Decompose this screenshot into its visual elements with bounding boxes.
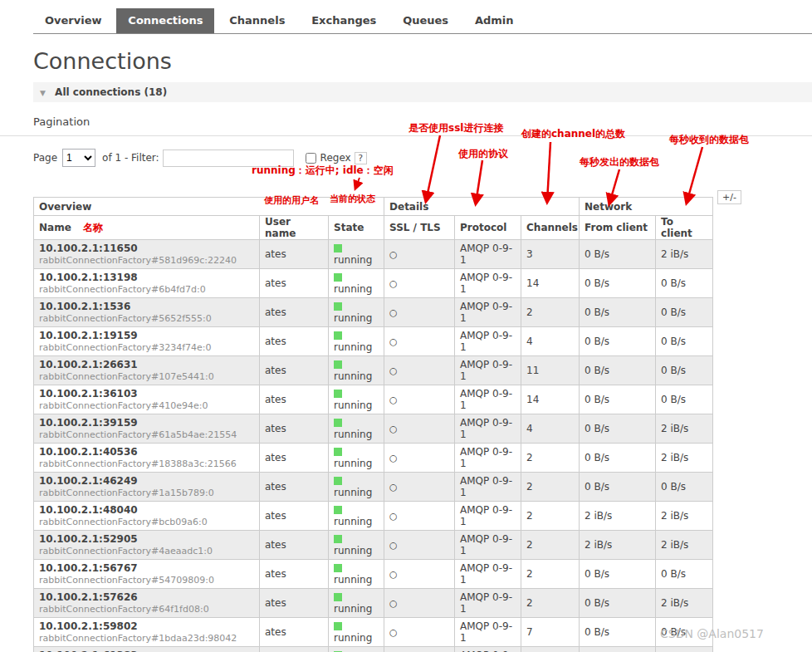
connection-client-ref: rabbitConnectionFactory#107e5441:0: [39, 371, 254, 382]
tab-queues[interactable]: Queues: [391, 8, 460, 33]
all-connections-section-header[interactable]: ▼ All connections (18): [33, 82, 812, 102]
cell-to-client: 2 iB/s: [656, 240, 713, 269]
cell-channels: 4: [521, 327, 580, 356]
cell-ssl-tls: ○: [384, 618, 455, 647]
cell-user-name: ates: [260, 269, 329, 298]
running-indicator-icon: [334, 477, 342, 485]
cell-to-client: 2 iB/s: [656, 444, 713, 473]
cell-channels: 2: [521, 473, 580, 502]
connection-link[interactable]: 10.100.2.1:13198: [39, 272, 138, 283]
cell-name: 10.100.2.1:52905rabbitConnectionFactory#…: [34, 531, 260, 560]
table-row: 10.100.2.1:40536rabbitConnectionFactory#…: [34, 444, 713, 473]
cell-user-name: ates: [260, 502, 329, 531]
pagination-controls: Page 1 of 1 - Filter: Regex ?: [33, 149, 812, 167]
col-header-channels: Channels: [521, 216, 580, 240]
cell-from-client: 0 B/s: [580, 240, 656, 269]
connection-link[interactable]: 10.100.2.1:40536: [39, 446, 138, 458]
table-row: 10.100.2.1:36103rabbitConnectionFactory#…: [34, 385, 713, 414]
connection-client-ref: rabbitConnectionFactory#64f1fd08:0: [39, 604, 254, 615]
table-row: 10.100.2.1:1536rabbitConnectionFactory#5…: [34, 298, 713, 327]
table-row: 10.100.2.1:11650rabbitConnectionFactory#…: [34, 240, 713, 269]
cell-from-client: 0 B/s: [580, 444, 656, 473]
connection-link[interactable]: 10.100.2.1:56767: [39, 562, 138, 574]
col-header-from-client: From client: [580, 216, 656, 240]
connection-link[interactable]: 10.100.2.1:19159: [39, 330, 138, 341]
cell-state: running: [329, 444, 384, 473]
col-name-label: Name: [39, 222, 71, 233]
red-arrow-state: [355, 178, 360, 189]
cell-ssl-tls: ○: [384, 240, 455, 269]
cell-channels: 11: [521, 356, 580, 385]
connection-link[interactable]: 10.100.2.1:11650: [39, 243, 138, 254]
page-label: Page: [33, 152, 57, 164]
cell-from-client: 0 B/s: [580, 327, 656, 356]
connection-link[interactable]: 10.100.2.1:39159: [39, 417, 138, 429]
connection-client-ref: rabbitConnectionFactory#410e94e:0: [39, 400, 254, 411]
cell-from-client: 0 B/s: [580, 414, 656, 444]
cell-protocol: AMQP 0-9-1: [455, 269, 521, 298]
cell-to-client: 0 B/s: [656, 327, 713, 356]
of-filter-label: of 1 - Filter:: [102, 152, 159, 164]
connection-link[interactable]: 10.100.2.1:59802: [39, 620, 138, 632]
tab-connections[interactable]: Connections: [116, 8, 214, 33]
cell-state: running: [329, 473, 384, 502]
connection-link[interactable]: 10.100.2.1:48040: [39, 504, 138, 516]
cell-state: running: [329, 356, 384, 385]
cell-ssl-tls: ○: [384, 444, 455, 473]
cell-to-client: 0 B/s: [656, 298, 713, 327]
cell-to-client: 0 B/s: [656, 385, 713, 414]
cell-state: running: [329, 327, 384, 356]
tab-admin[interactable]: Admin: [463, 8, 526, 33]
cell-state: running: [329, 414, 384, 444]
cell-user-name: ates: [260, 589, 329, 618]
running-indicator-icon: [334, 535, 342, 543]
connection-link[interactable]: 10.100.2.1:36103: [39, 388, 138, 400]
cell-channels: 3: [521, 240, 580, 269]
connection-link[interactable]: 10.100.2.1:52905: [39, 533, 138, 545]
regex-checkbox[interactable]: [306, 153, 316, 164]
tab-channels[interactable]: Channels: [218, 8, 296, 33]
cell-user-name: ates: [260, 618, 329, 647]
connection-link[interactable]: 10.100.2.1:57626: [39, 591, 138, 603]
col-header-name: Name 名称: [34, 216, 260, 240]
cell-name: 10.100.2.1:36103rabbitConnectionFactory#…: [34, 385, 260, 414]
cell-user-name: ates: [260, 560, 329, 589]
table-row: 10.100.2.1:57626rabbitConnectionFactory#…: [34, 589, 713, 618]
tab-overview[interactable]: Overview: [33, 8, 114, 33]
connection-client-ref: rabbitConnectionFactory#1bdaa23d:98042: [39, 633, 254, 644]
red-arrow-ssl: [426, 135, 440, 201]
connection-link[interactable]: 10.100.2.1:46249: [39, 475, 138, 487]
connection-client-ref: rabbitConnectionFactory#4aeaadc1:0: [39, 546, 254, 556]
annotation-state-legend: running：运行中; idle：空闲: [252, 164, 394, 178]
cell-user-name: ates: [260, 327, 329, 356]
annotation-state: 当前的状态: [330, 193, 375, 205]
tab-exchanges[interactable]: Exchanges: [300, 8, 388, 33]
cell-name: 10.100.2.1:39159rabbitConnectionFactory#…: [34, 414, 260, 444]
table-column-header-row: Name 名称 User name State SSL / TLS Protoc…: [34, 216, 713, 240]
cell-user-name: ates: [260, 414, 329, 444]
cell-name: 10.100.2.1:40536rabbitConnectionFactory#…: [34, 444, 260, 473]
section-title: All connections (18): [55, 86, 167, 98]
cell-from-client: 0 B/s: [580, 473, 656, 502]
column-toggle-button[interactable]: +/-: [717, 190, 741, 204]
cell-protocol: AMQP 0-9-1: [455, 560, 521, 589]
running-indicator-icon: [334, 448, 342, 456]
connection-link[interactable]: 10.100.2.1:26631: [39, 359, 138, 370]
cell-name: 10.100.2.1:1536rabbitConnectionFactory#5…: [34, 298, 260, 327]
rabbitmq-connections-page: Overview Connections Channels Exchanges …: [0, 0, 812, 652]
connection-link[interactable]: 10.100.2.1:1536: [39, 301, 130, 312]
cell-name: 10.100.2.1:57626rabbitConnectionFactory#…: [34, 589, 260, 618]
col-header-protocol: Protocol: [455, 216, 521, 240]
cell-name: 10.100.2.1:61383rabbitConnectionFactory#: [34, 647, 260, 652]
regex-label: Regex: [320, 152, 351, 164]
running-indicator-icon: [334, 390, 342, 398]
annotation-to-client: 每秒收到的数据包: [669, 133, 749, 147]
running-indicator-icon: [334, 593, 342, 601]
annotation-name: 名称: [83, 222, 103, 233]
cell-ssl-tls: ○: [384, 269, 455, 298]
help-icon[interactable]: ?: [355, 152, 367, 164]
cell-channels: 4: [521, 414, 580, 444]
cell-to-client: 0 B/s: [656, 647, 713, 652]
running-indicator-icon: [334, 506, 342, 514]
page-select[interactable]: 1: [62, 149, 95, 167]
